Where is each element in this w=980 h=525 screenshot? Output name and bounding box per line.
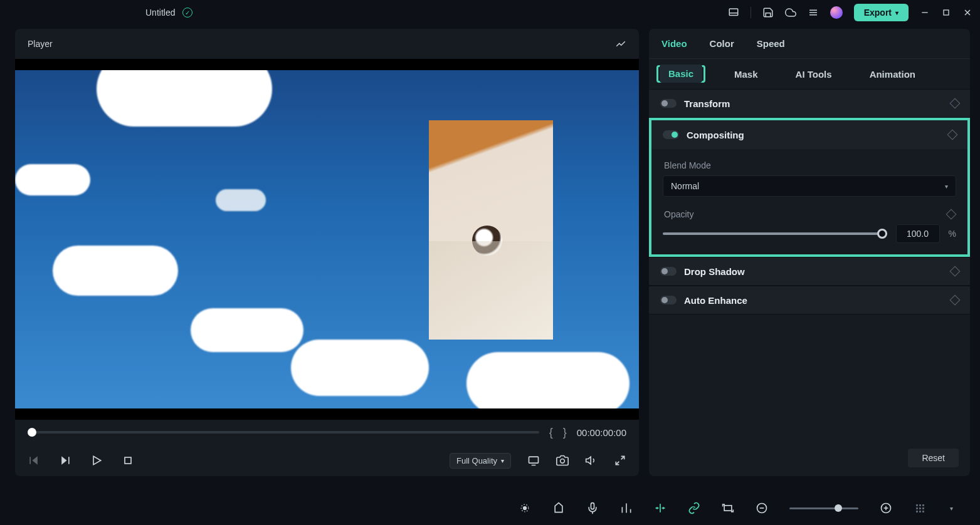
drop-shadow-toggle[interactable] bbox=[660, 267, 677, 276]
svg-rect-33 bbox=[724, 506, 732, 511]
chart-icon[interactable] bbox=[615, 38, 626, 49]
audio-track-icon[interactable] bbox=[620, 502, 633, 514]
voiceover-icon[interactable] bbox=[586, 502, 599, 514]
section-auto-enhance[interactable]: Auto Enhance bbox=[649, 286, 970, 314]
quality-label: Full Quality bbox=[456, 456, 497, 465]
subtab-ai-tools[interactable]: AI Tools bbox=[787, 65, 841, 83]
opacity-label: Opacity bbox=[664, 209, 693, 219]
avatar[interactable] bbox=[830, 6, 843, 19]
overlay-clip[interactable] bbox=[429, 120, 553, 340]
auto-enhance-label: Auto Enhance bbox=[684, 295, 747, 306]
player-title: Player bbox=[28, 39, 53, 49]
window-maximize-icon[interactable] bbox=[941, 8, 951, 18]
basic-highlight: Basic bbox=[656, 65, 705, 83]
svg-marker-18 bbox=[586, 457, 591, 464]
tab-video[interactable]: Video bbox=[661, 31, 687, 56]
opacity-slider[interactable] bbox=[663, 232, 887, 235]
section-transform[interactable]: Transform bbox=[649, 89, 970, 118]
compositing-highlight: Compositing Blend Mode Normal ▾ Opacity … bbox=[649, 118, 970, 257]
subtab-animation[interactable]: Animation bbox=[861, 65, 924, 83]
svg-point-21 bbox=[524, 507, 527, 510]
chevron-down-icon[interactable]: ▾ bbox=[947, 502, 955, 514]
properties-panel: Video Color Speed Basic Mask AI Tools An… bbox=[649, 29, 970, 476]
project-title: Untitled bbox=[145, 8, 175, 18]
menu-icon[interactable] bbox=[808, 7, 819, 18]
snapshot-icon[interactable] bbox=[556, 454, 569, 467]
step-forward-icon[interactable] bbox=[59, 454, 71, 467]
svg-rect-14 bbox=[125, 457, 131, 464]
auto-ripple-icon[interactable] bbox=[519, 502, 531, 514]
chevron-down-icon: ▾ bbox=[895, 9, 898, 16]
cloud-icon[interactable] bbox=[785, 7, 796, 18]
svg-rect-15 bbox=[529, 457, 539, 463]
saved-check-icon: ✓ bbox=[182, 8, 192, 18]
subtab-basic[interactable]: Basic bbox=[660, 65, 702, 83]
magnet-icon[interactable] bbox=[654, 502, 667, 514]
quality-select[interactable]: Full Quality ▾ bbox=[450, 453, 511, 469]
layout-icon[interactable] bbox=[728, 7, 739, 18]
svg-marker-13 bbox=[93, 456, 101, 464]
stop-icon[interactable] bbox=[122, 454, 134, 467]
export-button[interactable]: Export ▾ bbox=[854, 4, 909, 21]
tab-color[interactable]: Color bbox=[710, 31, 734, 56]
window-minimize-icon[interactable] bbox=[920, 8, 930, 18]
blend-mode-select[interactable]: Normal ▾ bbox=[663, 175, 956, 197]
fullscreen-icon[interactable] bbox=[614, 454, 626, 467]
section-drop-shadow[interactable]: Drop Shadow bbox=[649, 257, 970, 286]
chevron-down-icon: ▾ bbox=[945, 183, 948, 190]
opacity-value[interactable]: 100.0 bbox=[896, 224, 940, 243]
zoom-in-icon[interactable] bbox=[880, 502, 892, 514]
window-close-icon[interactable] bbox=[962, 8, 972, 18]
fit-icon[interactable] bbox=[722, 502, 734, 514]
tab-speed[interactable]: Speed bbox=[757, 31, 785, 56]
subtab-mask[interactable]: Mask bbox=[725, 65, 767, 83]
save-icon[interactable] bbox=[762, 7, 774, 18]
opacity-unit: % bbox=[949, 229, 956, 239]
transform-label: Transform bbox=[684, 98, 730, 109]
keyframe-icon[interactable] bbox=[950, 266, 961, 277]
mark-in-icon[interactable]: { bbox=[549, 426, 553, 439]
svg-marker-11 bbox=[61, 456, 66, 464]
section-compositing[interactable]: Compositing bbox=[651, 120, 967, 149]
svg-point-17 bbox=[561, 459, 565, 464]
play-icon[interactable] bbox=[90, 454, 103, 467]
auto-enhance-toggle[interactable] bbox=[660, 296, 677, 304]
blend-mode-value: Normal bbox=[671, 181, 699, 191]
link-icon[interactable] bbox=[688, 502, 700, 514]
export-label: Export bbox=[864, 8, 892, 18]
drop-shadow-label: Drop Shadow bbox=[684, 266, 745, 277]
chevron-down-icon: ▾ bbox=[501, 457, 504, 464]
keyframe-icon[interactable] bbox=[947, 130, 958, 140]
keyframe-icon[interactable] bbox=[950, 295, 961, 306]
svg-marker-9 bbox=[33, 456, 38, 464]
volume-icon[interactable] bbox=[585, 454, 598, 467]
marker-icon[interactable] bbox=[552, 502, 565, 514]
svg-rect-6 bbox=[944, 10, 949, 15]
keyframe-icon[interactable] bbox=[946, 209, 957, 220]
grid-view-icon[interactable] bbox=[914, 502, 926, 514]
blend-mode-label: Blend Mode bbox=[651, 149, 967, 175]
step-back-icon[interactable] bbox=[28, 454, 40, 467]
zoom-out-icon[interactable] bbox=[756, 502, 768, 514]
compositing-toggle[interactable] bbox=[663, 130, 679, 139]
display-icon[interactable] bbox=[527, 454, 540, 467]
separator bbox=[751, 7, 751, 18]
timeline-toolbar: ▾ bbox=[0, 491, 980, 525]
timecode: 00:00:00:00 bbox=[577, 427, 626, 438]
compositing-label: Compositing bbox=[687, 130, 744, 140]
mark-out-icon[interactable]: } bbox=[563, 426, 567, 439]
zoom-slider[interactable] bbox=[789, 507, 858, 509]
scrubber[interactable] bbox=[28, 431, 539, 434]
transform-toggle[interactable] bbox=[660, 99, 677, 108]
player-canvas[interactable] bbox=[15, 59, 639, 420]
svg-rect-23 bbox=[591, 503, 594, 509]
reset-button[interactable]: Reset bbox=[908, 449, 959, 467]
player-panel: Player { } 00:00:00:00 bbox=[15, 29, 639, 476]
svg-rect-0 bbox=[729, 9, 738, 16]
keyframe-icon[interactable] bbox=[950, 98, 961, 109]
